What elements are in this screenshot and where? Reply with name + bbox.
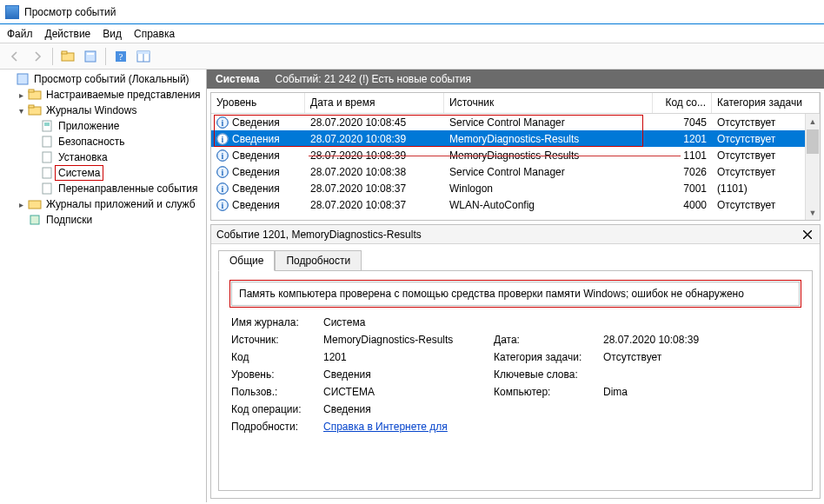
expand-icon[interactable]: ▸ xyxy=(16,90,26,100)
col-date[interactable]: Дата и время xyxy=(305,93,444,113)
scroll-thumb[interactable] xyxy=(807,129,819,154)
label-opcode: Код операции: xyxy=(231,403,318,415)
svg-rect-18 xyxy=(43,152,51,162)
preview-button[interactable] xyxy=(134,47,153,66)
menu-help[interactable]: Справка xyxy=(134,28,175,40)
toolbar: ? xyxy=(0,43,824,70)
label-source: Источник: xyxy=(231,334,318,346)
cell-source: Winlogon xyxy=(444,181,653,196)
collapse-icon[interactable]: ▾ xyxy=(16,106,26,116)
value-source: MemoryDiagnostics-Results xyxy=(323,334,488,346)
cell-category: Отсутствует xyxy=(712,164,820,180)
back-button[interactable] xyxy=(5,47,24,66)
col-code[interactable]: Код со... xyxy=(653,93,712,113)
scroll-down-icon[interactable]: ▼ xyxy=(806,205,820,220)
tree-root[interactable]: Просмотр событий (Локальный) xyxy=(0,71,206,87)
cell-date: 28.07.2020 10:08:45 xyxy=(305,115,444,130)
cell-code: 7045 xyxy=(653,115,712,130)
menu-action[interactable]: Действие xyxy=(45,28,91,40)
detail-pane: Событие 1201, MemoryDiagnostics-Results … xyxy=(210,224,821,499)
scroll-up-icon[interactable]: ▲ xyxy=(806,114,820,129)
cell-date: 28.07.2020 10:08:37 xyxy=(305,181,444,196)
expand-icon[interactable]: ▸ xyxy=(16,200,26,209)
svg-rect-17 xyxy=(43,136,51,147)
cell-date: 28.07.2020 10:08:39 xyxy=(305,148,444,163)
cell-code: 7001 xyxy=(653,181,712,196)
table-row[interactable]: iСведения28.07.2020 10:08:37WLAN-AutoCon… xyxy=(211,196,820,213)
tab-general[interactable]: Общие xyxy=(218,250,275,271)
svg-rect-21 xyxy=(29,201,41,209)
tree-forwarded[interactable]: Перенаправленные события xyxy=(0,181,206,196)
cell-source: WLAN-AutoConfig xyxy=(444,197,653,213)
tree-subscriptions[interactable]: Подписки xyxy=(0,212,206,228)
log-icon xyxy=(40,166,54,180)
tree-application[interactable]: Приложение xyxy=(0,118,206,134)
cell-level: iСведения xyxy=(211,197,305,213)
label-log: Имя журнала: xyxy=(231,316,318,328)
tree-custom-views[interactable]: ▸ Настраиваемые представления xyxy=(0,87,206,103)
vertical-scrollbar[interactable]: ▲ ▼ xyxy=(805,114,820,220)
tab-details[interactable]: Подробности xyxy=(275,250,362,271)
col-source[interactable]: Источник xyxy=(444,93,653,113)
menu-file[interactable]: Файл xyxy=(7,28,33,40)
cell-date: 28.07.2020 10:08:38 xyxy=(305,164,444,180)
detail-header: Событие 1201, MemoryDiagnostics-Results xyxy=(211,225,820,244)
svg-text:?: ? xyxy=(119,51,123,62)
value-category: Отсутствует xyxy=(603,351,768,363)
log-icon xyxy=(40,135,54,149)
tree-security[interactable]: Безопасность xyxy=(0,134,206,149)
svg-rect-13 xyxy=(29,105,34,108)
svg-rect-22 xyxy=(30,216,39,224)
cell-category: Отсутствует xyxy=(712,197,820,213)
cell-code: 4000 xyxy=(653,197,712,213)
table-row[interactable]: iСведения28.07.2020 10:08:39MemoryDiagno… xyxy=(211,130,820,147)
cell-code: 7026 xyxy=(653,164,712,180)
cell-code: 1101 xyxy=(653,148,712,163)
value-date: 28.07.2020 10:08:39 xyxy=(603,334,768,346)
forward-button[interactable] xyxy=(28,47,47,66)
svg-text:i: i xyxy=(222,200,224,209)
log-icon xyxy=(40,150,54,164)
tree-windows-logs[interactable]: ▾ Журналы Windows xyxy=(0,103,206,118)
table-row[interactable]: iСведения28.07.2020 10:08:38Service Cont… xyxy=(211,163,820,180)
folder-icon xyxy=(28,88,42,102)
col-level[interactable]: Уровень xyxy=(211,93,305,113)
cell-category: Отсутствует xyxy=(712,148,820,163)
log-title: Система xyxy=(216,73,260,85)
tree-panel: Просмотр событий (Локальный) ▸ Настраива… xyxy=(0,70,207,502)
label-code: Код xyxy=(231,351,318,363)
value-opcode: Сведения xyxy=(323,403,488,415)
log-header: Система Событий: 21 242 (!) Есть новые с… xyxy=(207,70,824,89)
table-row[interactable]: iСведения28.07.2020 10:08:45Service Cont… xyxy=(211,114,820,130)
cell-level: iСведения xyxy=(211,181,305,196)
value-more-link[interactable]: Справка в Интернете для xyxy=(323,421,768,433)
table-row[interactable]: iСведения28.07.2020 10:08:37Winlogon7001… xyxy=(211,180,820,196)
event-grid: Уровень Дата и время Источник Код со... … xyxy=(210,92,821,221)
label-user: Пользов.: xyxy=(231,386,318,398)
tree-app-service-logs[interactable]: ▸ Журналы приложений и служб xyxy=(0,196,206,212)
svg-rect-1 xyxy=(62,51,67,54)
cell-category: Отсутствует xyxy=(712,115,820,130)
window-title: Просмотр событий xyxy=(24,6,116,18)
event-viewer-icon xyxy=(16,72,30,86)
menu-view[interactable]: Вид xyxy=(103,28,122,40)
grid-header: Уровень Дата и время Источник Код со... … xyxy=(211,93,820,114)
cell-category: (1101) xyxy=(712,181,820,196)
tree: Просмотр событий (Локальный) ▸ Настраива… xyxy=(0,70,206,229)
svg-text:i: i xyxy=(222,117,224,127)
tree-system[interactable]: Система xyxy=(0,165,206,181)
grid-body: iСведения28.07.2020 10:08:45Service Cont… xyxy=(211,114,820,213)
svg-text:i: i xyxy=(222,183,224,193)
right-panel: Система Событий: 21 242 (!) Есть новые с… xyxy=(207,70,824,502)
open-saved-log-button[interactable] xyxy=(58,47,77,66)
close-icon[interactable] xyxy=(801,228,814,242)
properties-button[interactable] xyxy=(81,47,100,66)
log-icon xyxy=(40,119,54,133)
tree-setup[interactable]: Установка xyxy=(0,149,206,165)
help-button[interactable]: ? xyxy=(111,47,130,66)
tab-body: Память компьютера проверена с помощью ср… xyxy=(218,270,813,491)
cell-code: 1201 xyxy=(653,131,712,147)
table-row[interactable]: iСведения28.07.2020 10:08:39MemoryDiagno… xyxy=(211,147,820,163)
col-category[interactable]: Категория задачи xyxy=(712,93,820,113)
svg-text:i: i xyxy=(222,134,224,143)
